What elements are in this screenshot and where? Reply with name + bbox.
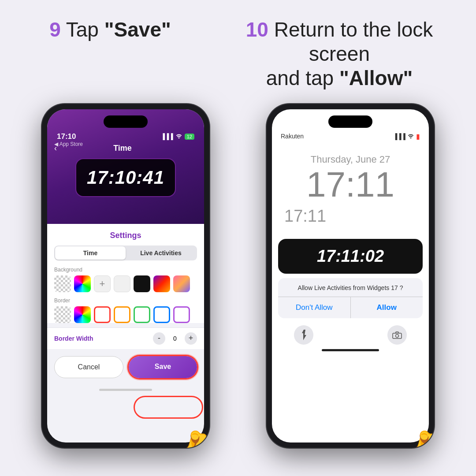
border-width-value: 0 bbox=[171, 335, 179, 342]
tab-live-activities[interactable]: Live Activities bbox=[126, 246, 196, 260]
wifi-icon-left bbox=[175, 133, 182, 140]
swatch-green-border[interactable] bbox=[134, 306, 150, 323]
settings-section: Settings Time Live Activities Background… bbox=[47, 224, 204, 323]
step9-text: Tap bbox=[66, 18, 104, 41]
border-label: Border bbox=[54, 298, 197, 304]
right-status-icons: ▐▐▐ ▮ bbox=[393, 132, 420, 141]
tab-time[interactable]: Time bbox=[55, 246, 126, 260]
border-width-label: Border Width bbox=[54, 335, 93, 342]
swatch-orange-border[interactable] bbox=[114, 306, 130, 323]
segmented-control: Time Live Activities bbox=[54, 245, 197, 260]
live-activity-widget: 17:11:02 bbox=[278, 239, 423, 274]
step10-quote: "Allow" bbox=[339, 67, 413, 89]
right-home-bar bbox=[322, 349, 379, 351]
page-background: 9 Tap "Save" 10 Return to the lock scree… bbox=[0, 0, 476, 476]
left-clock-time: 17:10:41 bbox=[87, 167, 164, 188]
battery-icon-left: 12 bbox=[185, 134, 194, 140]
lock-time-large: 17:11 bbox=[272, 167, 429, 207]
step10-number: 10 bbox=[246, 18, 268, 41]
signal-icon-right: ▐▐▐ bbox=[393, 133, 405, 140]
battery-icon-right: ▮ bbox=[416, 132, 420, 141]
step10-instruction: 10 Return to the lock screen and tap "Al… bbox=[229, 18, 450, 91]
cancel-button[interactable]: Cancel bbox=[54, 356, 123, 378]
swatch-red-border[interactable] bbox=[94, 306, 111, 323]
left-phone-screen: 17:10 ▐▐▐ 12 ‹ Time bbox=[47, 109, 204, 443]
swatch-plus-bg[interactable]: + bbox=[94, 275, 111, 292]
swatch-rainbow-bg[interactable] bbox=[74, 275, 91, 292]
phones-container: 17:10 ▐▐▐ 12 ‹ Time bbox=[0, 100, 476, 448]
carrier-name: Rakuten bbox=[281, 133, 304, 140]
settings-title: Settings bbox=[47, 231, 204, 245]
border-width-plus[interactable]: + bbox=[185, 332, 197, 345]
left-status-icons: ▐▐▐ 12 bbox=[161, 133, 194, 140]
step9-quote: "Save" bbox=[104, 18, 171, 41]
save-button[interactable]: Save bbox=[129, 356, 197, 378]
live-activity-time: 17:11:02 bbox=[288, 247, 413, 266]
border-width-controls: - 0 + bbox=[153, 332, 197, 345]
alert-dialog: Allow Live Activities from Widgets 17 ? … bbox=[278, 278, 423, 318]
lock-date: Thursday, June 27 bbox=[272, 141, 429, 167]
left-home-bar bbox=[99, 389, 152, 391]
step10-line2: and tap bbox=[266, 67, 339, 89]
background-picker: Background + bbox=[47, 267, 204, 292]
instructions-header: 9 Tap "Save" 10 Return to the lock scree… bbox=[0, 0, 476, 100]
dynamic-island-left bbox=[104, 115, 148, 128]
swatch-spectrum-bg[interactable] bbox=[153, 275, 170, 292]
right-phone: Rakuten ▐▐▐ ▮ Thursday, June 27 17:11 17… bbox=[267, 104, 434, 448]
step9-number: 9 bbox=[49, 18, 61, 41]
border-color-row bbox=[54, 306, 197, 323]
background-label: Background bbox=[54, 267, 197, 273]
swatch-black-bg[interactable] bbox=[134, 275, 150, 292]
dynamic-island-right bbox=[328, 115, 372, 128]
flashlight-icon[interactable] bbox=[294, 325, 313, 345]
lock-bottom-icons bbox=[272, 318, 429, 349]
swatch-checker-bg[interactable] bbox=[54, 275, 71, 292]
back-text: ◀ App Store bbox=[54, 141, 83, 147]
alert-buttons: Don't Allow Allow bbox=[278, 297, 423, 318]
wifi-icon-right bbox=[407, 133, 414, 140]
step10-line1: Return to the lock screen bbox=[274, 18, 433, 65]
dont-allow-button[interactable]: Don't Allow bbox=[278, 297, 351, 318]
border-width-minus[interactable]: - bbox=[153, 332, 165, 345]
lock-time-small: 17:11 bbox=[272, 207, 429, 234]
allow-button[interactable]: Allow bbox=[351, 297, 423, 318]
step9-instruction: 9 Tap "Save" bbox=[26, 18, 194, 91]
swatch-sunset-bg[interactable] bbox=[173, 275, 190, 292]
swatch-purple-border[interactable] bbox=[173, 306, 190, 323]
left-time: 17:10 bbox=[57, 132, 76, 141]
svg-point-1 bbox=[396, 334, 399, 337]
border-width-control: Border Width - 0 + bbox=[47, 327, 204, 349]
camera-icon[interactable] bbox=[387, 325, 407, 345]
swatch-rainbow-border[interactable] bbox=[74, 306, 91, 323]
right-phone-screen: Rakuten ▐▐▐ ▮ Thursday, June 27 17:11 17… bbox=[272, 109, 429, 443]
swatch-blue-border[interactable] bbox=[153, 306, 170, 323]
border-picker: Border bbox=[47, 298, 204, 323]
left-phone: 17:10 ▐▐▐ 12 ‹ Time bbox=[42, 104, 209, 448]
alert-message: Allow Live Activities from Widgets 17 ? bbox=[278, 278, 423, 297]
swatch-checker-border[interactable] bbox=[54, 306, 71, 323]
left-clock-widget: 17:10:41 bbox=[75, 158, 176, 197]
background-color-row: + bbox=[54, 275, 197, 292]
bottom-buttons: Cancel Save bbox=[47, 349, 204, 387]
signal-icon-left: ▐▐▐ bbox=[161, 133, 173, 140]
swatch-white-bg[interactable] bbox=[114, 275, 130, 292]
